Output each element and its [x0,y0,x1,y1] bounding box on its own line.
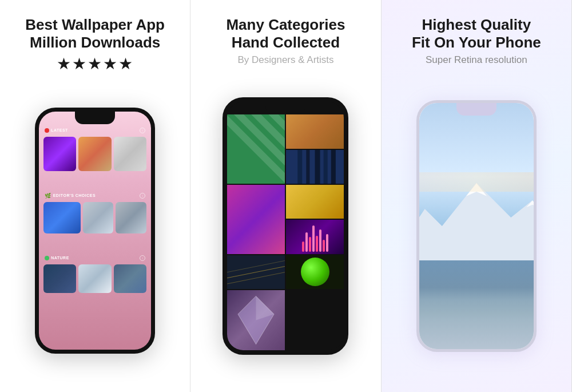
panel-1-title: Best Wallpaper App Million Downloads [25,16,165,51]
grid-cell-eq [286,220,344,254]
nature-section: NATURE i [39,239,151,299]
eq-bar-3 [309,237,311,252]
nature-dot [45,256,49,260]
panel-3-title: Highest Quality Fit On Your Phone [412,16,541,51]
panel-best-wallpaper: Best Wallpaper App Million Downloads ★★★… [0,0,190,392]
svg-rect-9 [324,150,328,184]
eq-bar-1 [302,241,304,252]
latest-header: LATEST i [43,128,146,133]
eq-bar-5 [316,236,318,252]
nature-label: NATURE [45,256,69,260]
svg-rect-7 [307,150,310,184]
thumb-ocean [114,264,146,293]
thumb-wave [83,202,114,233]
thumb-blue-art [43,202,81,233]
phone-mockup-1: LATEST i 🌿 EDITOR'S CH [35,108,155,354]
phone-notch-2 [265,102,305,114]
latest-dot [45,128,49,133]
star-rating: ★★★★★ [57,54,134,73]
phone-mockup-3 [416,100,537,352]
grid-cell-yellow [286,185,344,219]
grid-cell-crystal [227,290,285,350]
nature-thumbs [43,264,146,293]
svg-rect-8 [315,150,320,184]
panel-2-subtitle: By Designers & Artists [237,54,333,66]
latest-label: LATEST [45,128,68,133]
thumb-purple [43,137,76,171]
phone-1-wrap: LATEST i 🌿 EDITOR'S CH [11,80,178,381]
grid-cell-stripes [227,114,285,184]
thumb-portrait [114,137,146,171]
editors-section: 🌿 EDITOR'S CHOICES i [39,177,151,239]
editors-header: 🌿 EDITOR'S CHOICES i [43,193,146,199]
lake-reflection [419,260,534,349]
grid-cell-forest [286,150,344,184]
phone-3-wrap [393,72,560,381]
horizon-glow [419,172,534,192]
panel-categories: Many Categories Hand Collected By Design… [190,0,381,392]
eq-bar-7 [323,240,325,252]
grid-cell-green-sphere [286,255,344,289]
eq-bar-8 [326,234,328,252]
editors-thumbs [43,202,146,233]
category-grid [227,114,344,350]
latest-info-icon: i [140,128,145,133]
phone-notch-1 [75,112,115,124]
nature-info-icon: i [140,255,145,261]
editors-info-icon: i [140,193,145,199]
latest-thumbs [43,137,146,171]
panel-quality: Highest Quality Fit On Your Phone Super … [382,0,572,392]
eq-bar-2 [305,232,308,251]
screen-2 [227,102,344,350]
phone-2-wrap [202,72,369,381]
phone-notch-3 [456,103,496,116]
equalizer [286,220,344,254]
eq-bar-4 [312,225,315,252]
grid-cell-purple [227,185,285,254]
sphere-icon [301,258,329,286]
svg-rect-6 [298,150,303,184]
panel-3-subtitle: Super Retina resolution [426,54,527,66]
screen-1: LATEST i 🌿 EDITOR'S CH [39,112,151,350]
grid-cell-dark-lines [227,255,285,289]
screen-3-mountain [419,103,534,349]
thumb-food [78,137,111,171]
panel-2-title: Many Categories Hand Collected [226,16,345,51]
thumb-winter [116,202,146,233]
svg-marker-18 [419,183,534,260]
svg-rect-10 [331,150,336,184]
nature-header: NATURE i [43,255,146,261]
thumb-landscape [78,264,111,293]
phone-mockup-2 [223,97,348,355]
grid-cell-sunset [286,114,344,148]
editors-label: 🌿 EDITOR'S CHOICES [45,193,96,199]
eq-bar-6 [319,229,321,252]
thumb-mountain [43,264,76,293]
